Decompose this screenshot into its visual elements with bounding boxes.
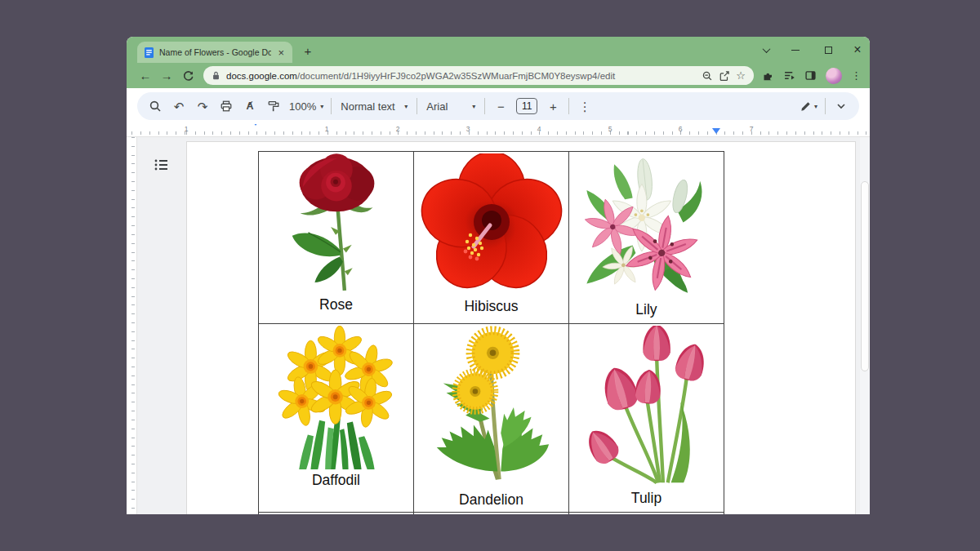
- undo-button[interactable]: ↶: [171, 96, 187, 116]
- ruler-number: 3: [466, 125, 470, 133]
- increase-font-size-button[interactable]: +: [545, 96, 561, 116]
- decrease-font-size-button[interactable]: −: [492, 96, 509, 116]
- search-menus-button[interactable]: [147, 96, 163, 116]
- maximize-button[interactable]: [817, 37, 839, 63]
- toolbar-separator: [416, 98, 417, 114]
- window-menu-chevron-icon[interactable]: [755, 37, 777, 63]
- ruler-number: 1: [325, 125, 329, 133]
- ruler-number: 4: [537, 125, 541, 133]
- tulip-image: [576, 326, 717, 489]
- paragraph-style-select[interactable]: Normal text ▾: [339, 96, 409, 116]
- ruler-number: 6: [679, 125, 683, 133]
- tab-bar: Name of Flowers - Google Docs × + ×: [127, 37, 870, 63]
- browser-menu-icon[interactable]: ⋮: [851, 69, 862, 82]
- paint-format-button[interactable]: [265, 96, 282, 116]
- flowers-table: Rose: [258, 151, 724, 514]
- toolbar-separator: [484, 98, 485, 114]
- hide-menus-button[interactable]: [833, 96, 849, 116]
- more-toolbar-options-button[interactable]: ⋮: [577, 96, 593, 116]
- zoom-caret-icon: ▾: [320, 103, 323, 110]
- lock-icon: [212, 70, 220, 81]
- zoom-select[interactable]: 100% ▾: [289, 96, 323, 116]
- ruler-ticks: [127, 131, 870, 135]
- flower-label[interactable]: Hibiscus: [464, 297, 518, 315]
- profile-avatar[interactable]: [826, 68, 842, 84]
- show-outline-button[interactable]: [151, 155, 171, 175]
- ruler-number: 1: [185, 125, 189, 133]
- font-family-value: Arial: [426, 100, 448, 113]
- font-family-select[interactable]: Arial ▾: [425, 96, 477, 116]
- horizontal-ruler: 1 1 2 3 4 5 6 7: [127, 124, 870, 137]
- left-indent-marker[interactable]: [252, 126, 260, 137]
- browser-action-icons: ⋮: [762, 68, 862, 84]
- editing-mode-button[interactable]: ▾: [800, 96, 817, 116]
- dandelion-image: [427, 326, 555, 491]
- zoom-value: 100%: [289, 100, 316, 113]
- spell-tick: ✓: [247, 100, 254, 108]
- flower-label[interactable]: Rose: [319, 295, 353, 313]
- flower-label[interactable]: Daffodil: [312, 471, 360, 489]
- table-cell-tulip[interactable]: Tulip: [569, 324, 724, 513]
- google-docs-icon: [144, 47, 154, 59]
- url-bar: ← → docs.google.com/document/d/1H9iyyHrF…: [127, 63, 870, 88]
- pencil-icon: [800, 100, 812, 113]
- flower-label[interactable]: Tulip: [631, 489, 662, 507]
- editing-mode-caret-icon: ▾: [814, 103, 817, 110]
- lily-image: [579, 153, 714, 300]
- document-page[interactable]: Rose: [186, 141, 856, 514]
- document-outline-icon: [154, 158, 169, 172]
- share-icon: [719, 70, 730, 82]
- reload-icon: [182, 69, 194, 82]
- table-cell-dandelion[interactable]: Dandelion: [414, 324, 569, 513]
- font-size-input[interactable]: [516, 98, 537, 114]
- url-domain: docs.google.com: [226, 71, 297, 81]
- url-path: /document/d/1H9iyyHrFJ9co2pWGA2w35SzWMua…: [297, 71, 615, 81]
- spell-check-button[interactable]: A✓: [242, 96, 258, 116]
- minimize-button[interactable]: [785, 37, 806, 63]
- media-controls-icon[interactable]: [783, 69, 795, 82]
- zoom-magnifier-icon: [702, 70, 713, 82]
- right-indent-marker[interactable]: [712, 128, 720, 134]
- docs-toolbar: ↶ ↷ A✓: [127, 88, 870, 124]
- table-cell-row3[interactable]: [414, 513, 569, 514]
- address-bar[interactable]: docs.google.com/document/d/1H9iyyHrFJ9co…: [203, 66, 754, 85]
- share-button[interactable]: [719, 70, 730, 82]
- redo-button[interactable]: ↷: [194, 96, 211, 116]
- tab-name-of-flowers[interactable]: Name of Flowers - Google Docs ×: [137, 42, 292, 63]
- tab-close-icon[interactable]: ×: [276, 47, 286, 59]
- print-icon: [220, 100, 233, 113]
- table-cell-row3[interactable]: [259, 513, 414, 514]
- bookmark-star-icon[interactable]: ☆: [736, 69, 746, 82]
- tab-title: Name of Flowers - Google Docs: [159, 47, 271, 57]
- scrollbar-thumb[interactable]: [861, 181, 869, 371]
- forward-button[interactable]: →: [156, 66, 177, 86]
- table-cell-lily[interactable]: Lily: [569, 152, 724, 324]
- vertical-scrollbar[interactable]: [860, 137, 870, 514]
- ruler-number: 2: [396, 125, 400, 133]
- vertical-ruler: [127, 137, 137, 514]
- flower-label[interactable]: Lily: [635, 300, 657, 318]
- table-cell-daffodil[interactable]: Daffodil: [259, 324, 414, 513]
- table-cell-rose[interactable]: Rose: [259, 152, 414, 324]
- back-button[interactable]: ←: [135, 66, 156, 86]
- paint-roller-icon: [267, 100, 280, 113]
- daffodil-image: [274, 326, 398, 471]
- toolbar-separator: [825, 98, 826, 114]
- close-window-button[interactable]: ×: [847, 37, 868, 63]
- hibiscus-image: [420, 153, 564, 297]
- side-panel-icon[interactable]: [804, 69, 817, 82]
- zoom-page-button[interactable]: [702, 70, 713, 82]
- flower-label[interactable]: Dandelion: [459, 491, 523, 509]
- table-cell-row3[interactable]: [569, 513, 724, 514]
- font-caret-icon: ▾: [472, 103, 475, 110]
- new-tab-button[interactable]: +: [300, 43, 316, 60]
- print-button[interactable]: [218, 96, 234, 116]
- reload-button[interactable]: [177, 66, 198, 86]
- style-caret-icon: ▾: [404, 103, 408, 110]
- ruler-number: 5: [608, 125, 612, 133]
- search-icon: [149, 100, 162, 113]
- extensions-puzzle-icon[interactable]: [762, 69, 774, 82]
- ruler-number: 7: [750, 125, 754, 133]
- table-cell-hibiscus[interactable]: Hibiscus: [414, 152, 569, 324]
- toolbar-separator: [331, 98, 332, 114]
